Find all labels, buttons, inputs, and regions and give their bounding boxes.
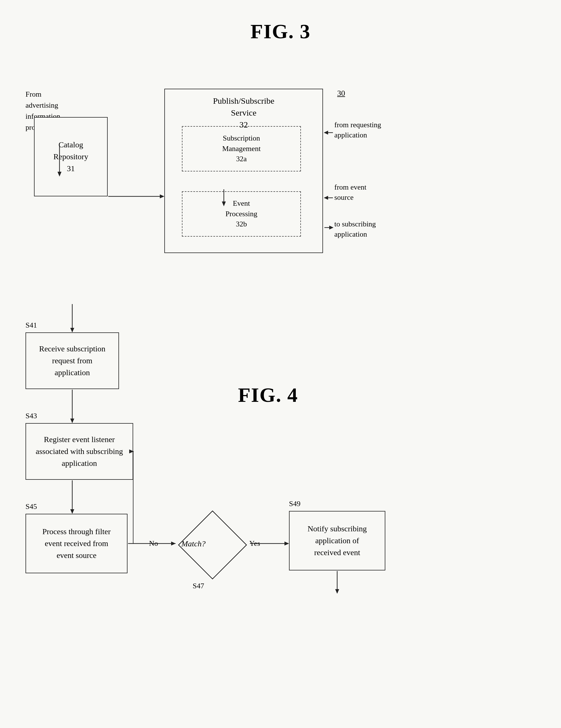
svg-marker-20 xyxy=(171,542,176,546)
svg-marker-3 xyxy=(160,194,164,198)
fig4-title: FIG. 4 xyxy=(238,383,298,407)
catalog-repository-box: CatalogRepository31 xyxy=(34,117,108,196)
catalog-repo-label: CatalogRepository31 xyxy=(54,139,88,175)
svg-marker-5 xyxy=(324,131,328,135)
label-to-subscribing: to subscribing application xyxy=(334,219,376,240)
event-proc-label: EventProcessing32b xyxy=(226,198,258,229)
fig4-diagram: FIG. 4 S41 Receive subscriptionrequest f… xyxy=(11,298,550,596)
text-s49: Notify subscribingapplication ofreceived… xyxy=(307,523,367,559)
box-s49: Notify subscribingapplication ofreceived… xyxy=(289,511,385,570)
label-match: Match? xyxy=(181,539,206,548)
svg-marker-9 xyxy=(324,196,328,200)
svg-marker-18 xyxy=(70,509,74,514)
sub-mgmt-label: SubscriptionManagement32a xyxy=(222,133,261,164)
svg-marker-16 xyxy=(70,419,74,423)
box-s45: Process through filterevent received fro… xyxy=(25,514,127,573)
pubsub-service-box: Publish/SubscribeService32 SubscriptionM… xyxy=(164,89,323,253)
box-s43: Register event listenerassociated with s… xyxy=(25,423,133,480)
svg-marker-28 xyxy=(335,589,339,594)
subscription-mgmt-box: SubscriptionManagement32a xyxy=(182,126,301,171)
label-s41: S41 xyxy=(25,321,37,330)
label-no: No xyxy=(149,539,158,548)
page: FIG. 3 From advertising information prov… xyxy=(0,0,561,728)
label-from-event: from event source xyxy=(334,182,366,203)
label-s47: S47 xyxy=(193,582,204,590)
label-s45: S45 xyxy=(25,502,37,511)
text-s41: Receive subscriptionrequest fromapplicat… xyxy=(39,343,105,379)
svg-marker-22 xyxy=(284,542,289,546)
text-s45: Process through filterevent received fro… xyxy=(42,526,111,561)
svg-marker-14 xyxy=(70,328,74,332)
label-yes: Yes xyxy=(249,539,260,548)
event-processing-box: EventProcessing32b xyxy=(182,191,301,237)
label-s49: S49 xyxy=(289,500,300,508)
text-s43: Register event listenerassociated with s… xyxy=(36,434,123,469)
svg-marker-11 xyxy=(329,226,333,230)
fig3-title: FIG. 3 xyxy=(11,20,550,43)
box-s41: Receive subscriptionrequest fromapplicat… xyxy=(25,332,119,389)
fig3-diagram: From advertising information provider Ca… xyxy=(11,60,550,281)
label-30: 30 xyxy=(337,89,345,98)
label-from-requesting: from requesting application xyxy=(334,120,381,141)
label-s43: S43 xyxy=(25,412,37,420)
